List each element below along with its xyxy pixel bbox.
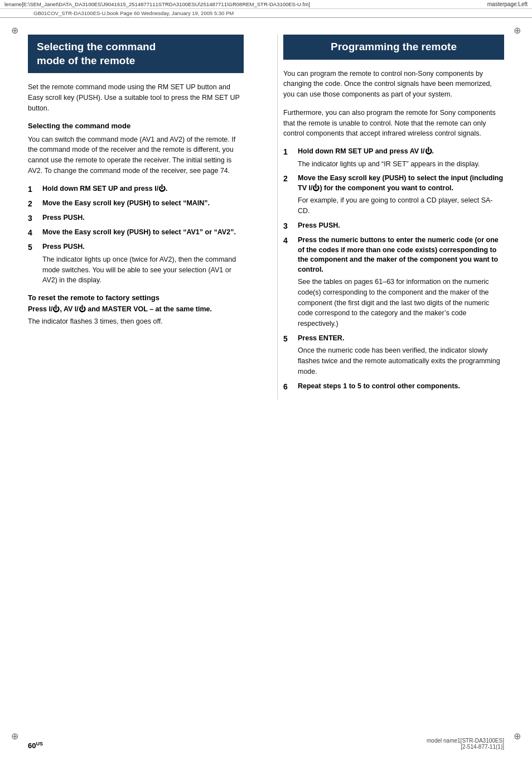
reset-result: The indicator flashes 3 times, then goes…	[28, 316, 244, 327]
right-step-num-3: 3	[283, 221, 294, 231]
right-intro-2: Furthermore, you can also program the re…	[283, 108, 504, 139]
right-step-1: 1 Hold down RM SET UP and press AV I/⏻. …	[283, 147, 504, 169]
step-2-title: Move the Easy scroll key (PUSH) to selec…	[42, 199, 244, 209]
left-section-title: Selecting the command mode of the remote	[28, 35, 244, 73]
right-section-title: Programming the remote	[283, 35, 504, 60]
header-masterpage: masterpage:Left	[487, 1, 528, 7]
step-num-4: 4	[28, 228, 39, 238]
step-5-desc: The indicator lights up once (twice for …	[42, 254, 244, 286]
header-filepath: lename[E:\SEM_Janet\DATA_DA3100ES\J90416…	[4, 1, 310, 7]
left-column: Selecting the command mode of the remote…	[28, 35, 255, 399]
model-info: model name1[STR-DA3100ES] [2-514-877-11(…	[427, 738, 504, 750]
left-step-4: 4 Move the Easy scroll key (PUSH) to sel…	[28, 228, 244, 238]
left-subheading-body: You can switch the command mode (AV1 and…	[28, 134, 244, 176]
left-step-3: 3 Press PUSH.	[28, 213, 244, 223]
right-step-6: 6 Repeat steps 1 to 5 to control other c…	[283, 382, 504, 392]
left-step-5: 5 Press PUSH. The indicator lights up on…	[28, 242, 244, 286]
right-step-3-title: Press PUSH.	[298, 221, 504, 231]
right-step-num-6: 6	[283, 382, 294, 392]
right-column: Programming the remote You can program t…	[277, 35, 504, 399]
step-num-5: 5	[28, 242, 39, 286]
step-num-3: 3	[28, 213, 39, 223]
reset-instruction: Press I/⏻, AV I/⏻ and MASTER VOL – at th…	[28, 305, 244, 313]
right-step-4-desc: See the tables on pages 61–63 for inform…	[298, 277, 504, 329]
left-step-1: 1 Hold down RM SET UP and press I/⏻.	[28, 184, 244, 194]
step-4-title: Move the Easy scroll key (PUSH) to selec…	[42, 228, 244, 238]
right-step-1-desc: The indicator lights up and “IR SET” app…	[298, 159, 504, 170]
right-step-2-desc: For example, if you are going to control…	[298, 195, 504, 216]
right-step-1-title: Hold down RM SET UP and press AV I/⏻.	[298, 147, 504, 157]
right-step-num-4: 4	[283, 235, 294, 329]
right-intro-1: You can program the remote to control no…	[283, 69, 504, 100]
right-step-num-1: 1	[283, 147, 294, 169]
right-step-2-title: Move the Easy scroll key (PUSH) to selec…	[298, 174, 504, 193]
reset-subheading: To reset the remote to factory settings	[28, 293, 244, 302]
model-line2: [2-514-877-11(1)]	[427, 744, 504, 750]
right-step-num-2: 2	[283, 174, 294, 216]
left-intro: Set the remote command mode using the RM…	[28, 82, 244, 113]
main-content: Selecting the command mode of the remote…	[0, 18, 532, 416]
sub-header-text: GB01COV_STR-DA3100ES-U.book Page 60 Wedn…	[33, 10, 234, 16]
step-1-title: Hold down RM SET UP and press I/⏻.	[42, 184, 244, 194]
sub-header: GB01COV_STR-DA3100ES-U.book Page 60 Wedn…	[0, 9, 532, 18]
left-steps-list: 1 Hold down RM SET UP and press I/⏻. 2 M…	[28, 184, 244, 286]
right-step-5: 5 Press ENTER. Once the numeric code has…	[283, 334, 504, 377]
step-3-title: Press PUSH.	[42, 213, 244, 223]
model-line1: model name1[STR-DA3100ES]	[427, 738, 504, 744]
step-num-2: 2	[28, 199, 39, 209]
page-number: 60US	[28, 741, 43, 750]
right-step-4-title: Press the numeric buttons to enter the n…	[298, 235, 504, 274]
step-num-1: 1	[28, 184, 39, 194]
right-step-2: 2 Move the Easy scroll key (PUSH) to sel…	[283, 174, 504, 216]
right-step-num-5: 5	[283, 334, 294, 377]
right-step-6-title: Repeat steps 1 to 5 to control other com…	[298, 382, 504, 392]
header-bar: lename[E:\SEM_Janet\DATA_DA3100ES\J90416…	[0, 0, 532, 9]
right-step-5-title: Press ENTER.	[298, 334, 504, 344]
right-steps-list: 1 Hold down RM SET UP and press AV I/⏻. …	[283, 147, 504, 392]
step-5-title: Press PUSH.	[42, 242, 244, 252]
page-footer: 60US model name1[STR-DA3100ES] [2-514-87…	[0, 738, 532, 750]
left-subheading: Selecting the command mode	[28, 122, 244, 130]
page-number-area: 60US	[28, 741, 43, 750]
right-step-3: 3 Press PUSH.	[283, 221, 504, 231]
right-step-4: 4 Press the numeric buttons to enter the…	[283, 235, 504, 329]
right-step-5-desc: Once the numeric code has been verified,…	[298, 345, 504, 377]
left-step-2: 2 Move the Easy scroll key (PUSH) to sel…	[28, 199, 244, 209]
